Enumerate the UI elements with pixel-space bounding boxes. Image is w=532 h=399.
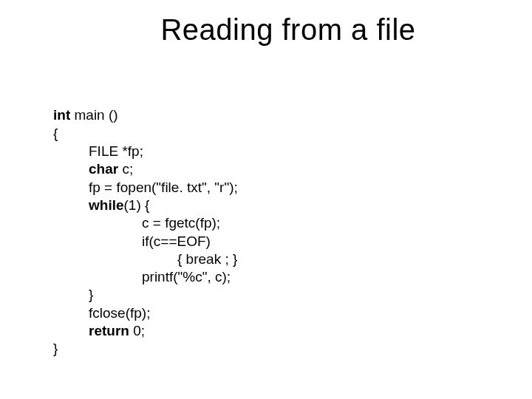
main-sig: main () [70,107,117,123]
code-line: printf("%c", c); [53,268,231,286]
code-line: if(c==EOF) [53,233,211,250]
slide-title: Reading from a file [0,0,532,47]
code-line: while(1) { [53,197,149,214]
code-line: char c; [53,160,133,178]
code-line: return 0; [53,322,145,340]
code-line: c = fgetc(fp); [53,214,220,232]
code-line: fp = fopen("file. txt", "r"); [53,179,238,197]
code-line: { [53,126,58,141]
keyword-while: while [89,197,124,213]
code-block: int main () { FILE *fp; char c; fp = fop… [53,89,238,376]
code-line: { break ; } [53,250,237,268]
while-cond: (1) { [124,197,150,213]
code-line: } [53,341,58,356]
code-line: FILE *fp; [53,143,143,160]
code-line: int main () [53,107,118,123]
keyword-int: int [53,107,70,123]
return-val: 0; [129,323,145,338]
keyword-return: return [89,323,129,338]
slide: Reading from a file int main () { FILE *… [0,0,532,399]
code-line: } [53,286,93,304]
code-line: fclose(fp); [53,304,150,322]
keyword-char: char [89,161,118,177]
char-decl: c; [118,161,133,177]
